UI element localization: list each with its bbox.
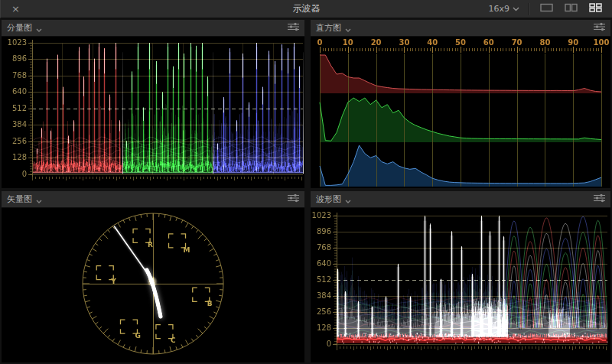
titlebar-separator	[528, 3, 529, 15]
vectorscope-label: 矢量图	[7, 193, 32, 205]
chevron-down-icon	[36, 192, 42, 206]
sliders-icon	[594, 193, 605, 205]
layout-quad-view-button[interactable]	[587, 2, 604, 15]
waveform-type-dropdown[interactable]: 波形图	[316, 192, 351, 206]
vectorscope-scope	[2, 208, 304, 362]
parade-scope-canvas	[2, 37, 304, 188]
waveform-scope-canvas	[311, 208, 610, 362]
single-view-icon	[540, 3, 553, 15]
sliders-icon	[594, 22, 605, 34]
parade-header: 分量图	[2, 20, 304, 37]
vectorscope-header: 矢量图	[2, 191, 304, 208]
sliders-icon	[288, 193, 299, 205]
histogram-type-dropdown[interactable]: 直方图	[316, 21, 351, 35]
scopes-window: × 示波器 16x9	[0, 0, 612, 364]
parade-type-dropdown[interactable]: 分量图	[7, 21, 42, 35]
vectorscope-settings-button[interactable]	[288, 193, 299, 205]
dual-view-icon	[565, 3, 578, 15]
histogram-header: 直方图	[311, 20, 610, 37]
chevron-down-icon	[345, 21, 351, 35]
aspect-ratio-label: 16x9	[488, 4, 509, 14]
panel-waveform: 波形图	[311, 191, 610, 362]
window-title: 示波器	[293, 2, 321, 15]
histogram-scope-canvas	[311, 37, 610, 188]
vectorscope-type-dropdown[interactable]: 矢量图	[7, 192, 42, 206]
waveform-scope	[311, 208, 610, 362]
layout-single-view-button[interactable]	[538, 2, 555, 15]
waveform-settings-button[interactable]	[594, 193, 605, 205]
titlebar-right-group: 16x9	[488, 2, 604, 15]
chevron-down-icon	[513, 4, 519, 14]
parade-scope	[2, 37, 304, 188]
histogram-settings-button[interactable]	[594, 22, 605, 34]
scope-grid: 分量图 直方图	[0, 18, 612, 364]
titlebar: × 示波器 16x9	[0, 0, 612, 18]
aspect-ratio-dropdown[interactable]: 16x9	[488, 4, 519, 14]
histogram-label: 直方图	[316, 22, 341, 34]
sliders-icon	[288, 22, 299, 34]
waveform-label: 波形图	[316, 193, 341, 205]
panel-parade: 分量图	[2, 20, 304, 188]
chevron-down-icon	[36, 21, 42, 35]
waveform-header: 波形图	[311, 191, 610, 208]
panel-vectorscope: 矢量图	[2, 191, 304, 362]
close-button[interactable]: ×	[8, 4, 23, 14]
vectorscope-scope-canvas	[2, 208, 304, 362]
panel-histogram: 直方图	[311, 20, 610, 188]
chevron-down-icon	[345, 192, 351, 206]
layout-dual-view-button[interactable]	[562, 2, 580, 15]
histogram-scope	[311, 37, 610, 188]
quad-view-icon	[589, 3, 602, 15]
parade-settings-button[interactable]	[288, 22, 299, 34]
parade-label: 分量图	[7, 22, 32, 34]
